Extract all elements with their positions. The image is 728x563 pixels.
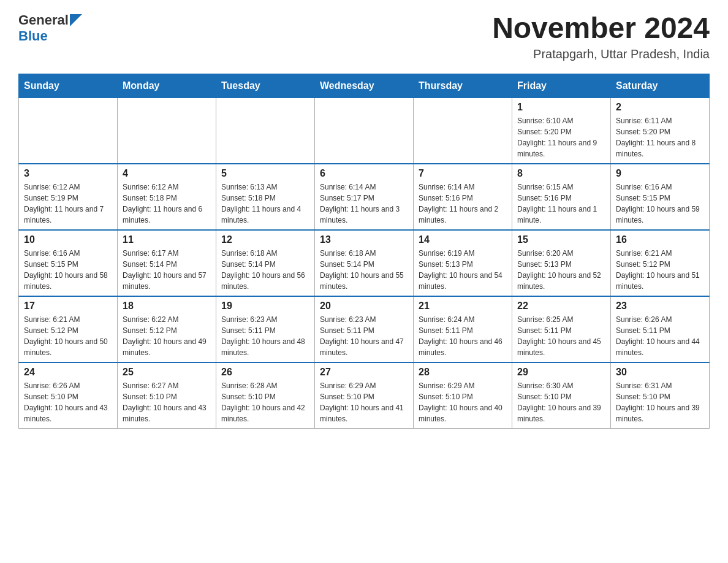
day-info: Sunrise: 6:16 AM Sunset: 5:15 PM Dayligh… xyxy=(24,248,112,292)
day-number: 20 xyxy=(320,301,408,312)
header: General Blue November 2024 Pratapgarh, U… xyxy=(18,12,710,61)
weekday-header-monday: Monday xyxy=(118,74,216,98)
day-info: Sunrise: 6:12 AM Sunset: 5:18 PM Dayligh… xyxy=(123,182,211,226)
day-number: 13 xyxy=(320,234,408,245)
calendar-cell: 8Sunrise: 6:15 AM Sunset: 5:16 PM Daylig… xyxy=(512,164,611,230)
day-info: Sunrise: 6:28 AM Sunset: 5:10 PM Dayligh… xyxy=(221,380,309,424)
calendar-cell: 19Sunrise: 6:23 AM Sunset: 5:11 PM Dayli… xyxy=(216,296,315,362)
calendar: SundayMondayTuesdayWednesdayThursdayFrid… xyxy=(18,74,710,429)
calendar-cell: 27Sunrise: 6:29 AM Sunset: 5:10 PM Dayli… xyxy=(315,362,414,429)
day-number: 27 xyxy=(320,367,408,378)
week-row-3: 10Sunrise: 6:16 AM Sunset: 5:15 PM Dayli… xyxy=(19,230,710,296)
day-info: Sunrise: 6:18 AM Sunset: 5:14 PM Dayligh… xyxy=(320,248,408,292)
calendar-cell: 10Sunrise: 6:16 AM Sunset: 5:15 PM Dayli… xyxy=(19,230,118,296)
day-info: Sunrise: 6:10 AM Sunset: 5:20 PM Dayligh… xyxy=(517,115,605,159)
day-info: Sunrise: 6:30 AM Sunset: 5:10 PM Dayligh… xyxy=(517,380,605,424)
day-info: Sunrise: 6:21 AM Sunset: 5:12 PM Dayligh… xyxy=(616,248,704,292)
calendar-cell: 4Sunrise: 6:12 AM Sunset: 5:18 PM Daylig… xyxy=(118,164,216,230)
day-number: 7 xyxy=(419,168,507,179)
day-number: 16 xyxy=(616,234,704,245)
calendar-cell: 17Sunrise: 6:21 AM Sunset: 5:12 PM Dayli… xyxy=(19,296,118,362)
day-info: Sunrise: 6:24 AM Sunset: 5:11 PM Dayligh… xyxy=(419,314,507,358)
day-number: 5 xyxy=(221,168,309,179)
calendar-cell: 25Sunrise: 6:27 AM Sunset: 5:10 PM Dayli… xyxy=(118,362,216,429)
week-row-2: 3Sunrise: 6:12 AM Sunset: 5:19 PM Daylig… xyxy=(19,164,710,230)
day-number: 14 xyxy=(419,234,507,245)
day-info: Sunrise: 6:26 AM Sunset: 5:11 PM Dayligh… xyxy=(616,314,704,358)
calendar-cell: 18Sunrise: 6:22 AM Sunset: 5:12 PM Dayli… xyxy=(118,296,216,362)
day-info: Sunrise: 6:14 AM Sunset: 5:17 PM Dayligh… xyxy=(320,182,408,226)
day-info: Sunrise: 6:31 AM Sunset: 5:10 PM Dayligh… xyxy=(616,380,704,424)
day-info: Sunrise: 6:22 AM Sunset: 5:12 PM Dayligh… xyxy=(123,314,211,358)
calendar-cell: 12Sunrise: 6:18 AM Sunset: 5:14 PM Dayli… xyxy=(216,230,315,296)
day-info: Sunrise: 6:23 AM Sunset: 5:11 PM Dayligh… xyxy=(320,314,408,358)
day-info: Sunrise: 6:12 AM Sunset: 5:19 PM Dayligh… xyxy=(24,182,112,226)
title-area: November 2024 Pratapgarh, Uttar Pradesh,… xyxy=(492,12,710,61)
day-number: 9 xyxy=(616,168,704,179)
calendar-cell: 3Sunrise: 6:12 AM Sunset: 5:19 PM Daylig… xyxy=(19,164,118,230)
week-row-4: 17Sunrise: 6:21 AM Sunset: 5:12 PM Dayli… xyxy=(19,296,710,362)
day-info: Sunrise: 6:13 AM Sunset: 5:18 PM Dayligh… xyxy=(221,182,309,226)
calendar-cell: 30Sunrise: 6:31 AM Sunset: 5:10 PM Dayli… xyxy=(611,362,710,429)
calendar-cell: 5Sunrise: 6:13 AM Sunset: 5:18 PM Daylig… xyxy=(216,164,315,230)
page-title: November 2024 xyxy=(492,12,710,45)
logo-general-text: General xyxy=(18,12,69,28)
day-number: 17 xyxy=(24,301,112,312)
day-info: Sunrise: 6:21 AM Sunset: 5:12 PM Dayligh… xyxy=(24,314,112,358)
day-number: 6 xyxy=(320,168,408,179)
day-info: Sunrise: 6:20 AM Sunset: 5:13 PM Dayligh… xyxy=(517,248,605,292)
day-number: 29 xyxy=(517,367,605,378)
weekday-header-tuesday: Tuesday xyxy=(216,74,315,98)
week-row-5: 24Sunrise: 6:26 AM Sunset: 5:10 PM Dayli… xyxy=(19,362,710,429)
calendar-cell: 2Sunrise: 6:11 AM Sunset: 5:20 PM Daylig… xyxy=(611,98,710,164)
weekday-header-sunday: Sunday xyxy=(19,74,118,98)
logo-blue-text: Blue xyxy=(18,28,48,44)
day-info: Sunrise: 6:17 AM Sunset: 5:14 PM Dayligh… xyxy=(123,248,211,292)
day-info: Sunrise: 6:11 AM Sunset: 5:20 PM Dayligh… xyxy=(616,115,704,159)
logo: General Blue xyxy=(18,12,82,44)
day-number: 2 xyxy=(616,102,704,113)
calendar-cell: 9Sunrise: 6:16 AM Sunset: 5:15 PM Daylig… xyxy=(611,164,710,230)
day-number: 11 xyxy=(123,234,211,245)
calendar-cell: 28Sunrise: 6:29 AM Sunset: 5:10 PM Dayli… xyxy=(414,362,512,429)
week-row-1: 1Sunrise: 6:10 AM Sunset: 5:20 PM Daylig… xyxy=(19,98,710,164)
day-number: 4 xyxy=(123,168,211,179)
logo-triangle-icon xyxy=(70,14,82,26)
calendar-cell: 1Sunrise: 6:10 AM Sunset: 5:20 PM Daylig… xyxy=(512,98,611,164)
weekday-header-wednesday: Wednesday xyxy=(315,74,414,98)
day-info: Sunrise: 6:18 AM Sunset: 5:14 PM Dayligh… xyxy=(221,248,309,292)
calendar-cell: 13Sunrise: 6:18 AM Sunset: 5:14 PM Dayli… xyxy=(315,230,414,296)
day-number: 30 xyxy=(616,367,704,378)
weekday-header-row: SundayMondayTuesdayWednesdayThursdayFrid… xyxy=(19,74,710,98)
day-number: 28 xyxy=(419,367,507,378)
calendar-cell: 15Sunrise: 6:20 AM Sunset: 5:13 PM Dayli… xyxy=(512,230,611,296)
calendar-cell: 16Sunrise: 6:21 AM Sunset: 5:12 PM Dayli… xyxy=(611,230,710,296)
day-number: 24 xyxy=(24,367,112,378)
day-info: Sunrise: 6:15 AM Sunset: 5:16 PM Dayligh… xyxy=(517,182,605,226)
day-info: Sunrise: 6:23 AM Sunset: 5:11 PM Dayligh… xyxy=(221,314,309,358)
calendar-cell xyxy=(216,98,315,164)
day-info: Sunrise: 6:29 AM Sunset: 5:10 PM Dayligh… xyxy=(320,380,408,424)
weekday-header-saturday: Saturday xyxy=(611,74,710,98)
calendar-cell: 29Sunrise: 6:30 AM Sunset: 5:10 PM Dayli… xyxy=(512,362,611,429)
day-info: Sunrise: 6:19 AM Sunset: 5:13 PM Dayligh… xyxy=(419,248,507,292)
day-number: 21 xyxy=(419,301,507,312)
day-info: Sunrise: 6:25 AM Sunset: 5:11 PM Dayligh… xyxy=(517,314,605,358)
calendar-cell: 24Sunrise: 6:26 AM Sunset: 5:10 PM Dayli… xyxy=(19,362,118,429)
day-info: Sunrise: 6:29 AM Sunset: 5:10 PM Dayligh… xyxy=(419,380,507,424)
calendar-cell: 20Sunrise: 6:23 AM Sunset: 5:11 PM Dayli… xyxy=(315,296,414,362)
day-info: Sunrise: 6:26 AM Sunset: 5:10 PM Dayligh… xyxy=(24,380,112,424)
day-number: 3 xyxy=(24,168,112,179)
weekday-header-friday: Friday xyxy=(512,74,611,98)
day-number: 25 xyxy=(123,367,211,378)
day-number: 1 xyxy=(517,102,605,113)
day-number: 12 xyxy=(221,234,309,245)
day-number: 22 xyxy=(517,301,605,312)
calendar-cell xyxy=(118,98,216,164)
day-info: Sunrise: 6:27 AM Sunset: 5:10 PM Dayligh… xyxy=(123,380,211,424)
calendar-cell: 26Sunrise: 6:28 AM Sunset: 5:10 PM Dayli… xyxy=(216,362,315,429)
day-number: 18 xyxy=(123,301,211,312)
weekday-header-thursday: Thursday xyxy=(414,74,512,98)
calendar-cell xyxy=(414,98,512,164)
calendar-cell: 14Sunrise: 6:19 AM Sunset: 5:13 PM Dayli… xyxy=(414,230,512,296)
